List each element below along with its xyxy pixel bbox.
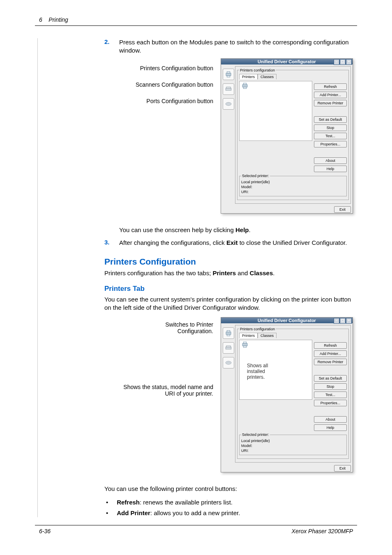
maximize-icon[interactable]: ▢ [340,59,346,65]
help-button[interactable]: Help [314,424,347,431]
step-number-2: 2. [104,38,113,55]
module-scanners-button[interactable] [223,342,234,354]
step-3-post: to close the Unified Driver Configurator… [238,239,347,246]
about-button[interactable]: About [314,157,347,164]
bullet-refresh-bold: Refresh [117,499,140,506]
step-3-bold: Exit [226,239,238,246]
control-buttons-intro: You can use the following printer contro… [104,485,353,493]
svg-rect-13 [227,330,230,332]
svg-rect-11 [243,87,247,89]
port-icon [225,359,232,366]
properties-button[interactable]: Properties... [314,141,347,147]
window-titlebar: Unified Driver Configurator – ▢ × [221,59,353,64]
minimize-icon[interactable]: – [334,59,339,65]
printers-config-groupbox: Printers configuration Printers Classes [237,68,349,200]
tab-printers[interactable]: Printers [239,333,258,338]
product-name: Xerox Phaser 3200MFP [292,528,353,534]
add-printer-button[interactable]: Add Printer... [314,350,347,357]
printers-list[interactable]: Shows all installed printers. [239,340,312,400]
tab-classes[interactable]: Classes [258,74,277,79]
scanner-icon [225,344,232,352]
printers-config-groupbox: Printers configuration Printers Classes … [237,327,349,459]
svg-rect-0 [226,73,231,76]
add-printer-button[interactable]: Add Printer... [314,92,347,98]
udc-window-screenshot-1: Unified Driver Configurator – ▢ × [221,58,353,214]
svg-point-8 [229,104,230,104]
step-2-text: Press each button on the Modules pane to… [119,38,353,55]
svg-rect-1 [227,71,230,73]
selected-uri-label: URI: [241,190,345,195]
svg-point-7 [228,104,229,104]
printers-list[interactable] [239,81,312,141]
svg-point-6 [227,104,228,104]
stop-button[interactable]: Stop [314,124,347,131]
svg-rect-22 [243,342,247,343]
selected-printer-legend: Selected printer: [241,174,270,179]
bullet-add-printer-bold: Add Printer [117,509,150,516]
tab-printers[interactable]: Printers [239,74,258,79]
bullet-refresh: Refresh: renews the available printers l… [104,498,353,507]
svg-rect-10 [243,83,247,85]
svg-point-20 [229,362,230,363]
module-ports-button[interactable] [223,357,234,368]
printer-item-icon [240,82,249,90]
svg-rect-21 [242,343,247,346]
printers-config-desc-post: . [273,269,274,276]
exit-button[interactable]: Exit [334,465,351,472]
svg-point-19 [228,362,229,363]
selected-printer-legend: Selected printer: [241,433,270,438]
port-icon [225,100,232,108]
selected-model-label: Model: [241,444,345,449]
printers-config-desc-and: and [236,269,249,276]
printers-config-desc-classes: Classes [250,269,273,276]
svg-rect-23 [243,346,247,348]
set-default-button[interactable]: Set as Default [314,116,347,123]
help-button[interactable]: Help [314,166,347,172]
close-icon[interactable]: × [346,318,352,324]
chapter-title: Printing [48,16,68,23]
udc-window-screenshot-2: Unified Driver Configurator – ▢ × [221,317,353,473]
about-button[interactable]: About [314,416,347,423]
bullet-refresh-rest: : renews the available printers list. [140,499,233,506]
test-button[interactable]: Test... [314,133,347,139]
callout-scanners-config: Scanners Configuration button [136,81,213,88]
header-separator [35,25,357,26]
module-ports-button[interactable] [223,98,234,110]
selected-status: Local printer(idle) [241,439,345,444]
printers-tab-description: You can see the current system's printer… [104,295,353,312]
properties-button[interactable]: Properties... [314,400,347,406]
selected-model-label: Model: [241,185,345,190]
window-titlebar: Unified Driver Configurator – ▢ × [221,318,353,323]
window-title: Unified Driver Configurator [258,318,316,323]
printers-tab-heading: Printers Tab [104,285,353,293]
svg-rect-15 [226,347,231,349]
test-button[interactable]: Test... [314,391,347,398]
refresh-button[interactable]: Refresh [314,342,347,349]
window-title: Unified Driver Configurator [258,59,316,64]
module-printers-button[interactable] [223,327,234,339]
remove-printer-button[interactable]: Remove Printer [314,100,347,106]
callout-switches-to-printer: Switches to Printer Configuration. [139,321,213,334]
selected-status: Local printer(idle) [241,180,345,185]
remove-printer-button[interactable]: Remove Printer [314,359,347,365]
selected-uri-label: URI: [241,449,345,454]
svg-rect-3 [226,88,231,90]
tab-classes[interactable]: Classes [258,333,277,338]
groupbox-legend: Printers configuration [239,68,276,72]
minimize-icon[interactable]: – [334,318,339,324]
scanner-icon [225,85,232,93]
close-icon[interactable]: × [346,59,352,65]
callout-ports-config: Ports Configuration button [136,98,213,104]
bullet-add-printer-rest: : allows you to add a new printer. [150,509,240,516]
exit-button[interactable]: Exit [334,206,351,213]
module-scanners-button[interactable] [223,83,234,95]
refresh-button[interactable]: Refresh [314,83,347,90]
stop-button[interactable]: Stop [314,383,347,390]
svg-rect-14 [227,334,230,336]
module-printers-button[interactable] [223,69,234,80]
step-3-pre: After changing the configurations, click [119,239,226,246]
step-number-3: 3. [104,239,113,247]
help-note-post: . [249,226,250,233]
maximize-icon[interactable]: ▢ [340,318,346,324]
set-default-button[interactable]: Set as Default [314,375,347,382]
